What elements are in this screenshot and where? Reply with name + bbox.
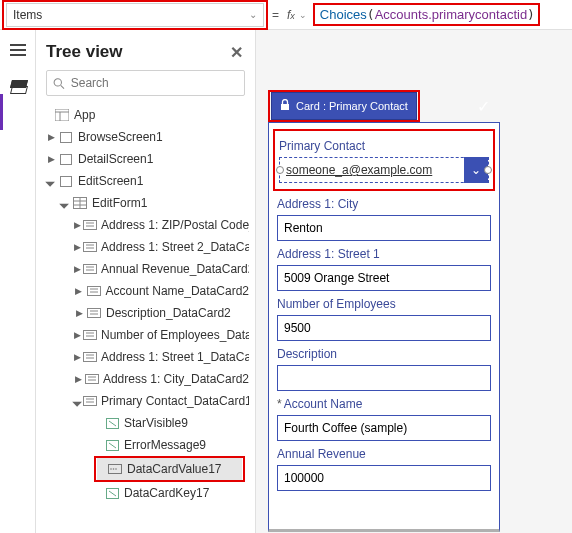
search-input[interactable] bbox=[46, 70, 245, 96]
screen-icon bbox=[58, 174, 74, 188]
revenue-input[interactable] bbox=[277, 465, 491, 491]
tree-node-card[interactable]: ▶Address 1: ZIP/Postal Code_DataCard bbox=[44, 214, 249, 236]
screen-icon bbox=[58, 130, 74, 144]
tree-node-form[interactable]: ◢EditForm1 bbox=[44, 192, 249, 214]
field-label: Annual Revenue bbox=[277, 447, 491, 461]
tree-node-child[interactable]: StarVisible9 bbox=[44, 412, 249, 434]
search-icon bbox=[53, 77, 65, 90]
employees-input[interactable] bbox=[277, 315, 491, 341]
collapse-icon[interactable]: ◢ bbox=[44, 174, 58, 188]
expand-icon[interactable]: ▶ bbox=[46, 154, 56, 164]
lock-icon bbox=[280, 99, 290, 113]
tree-node-card[interactable]: ▶Address 1: City_DataCard2 bbox=[44, 368, 249, 390]
svg-rect-49 bbox=[281, 104, 289, 110]
field-label: Number of Employees bbox=[277, 297, 491, 311]
field-label: Address 1: Street 1 bbox=[277, 247, 491, 261]
equals-sign: = bbox=[268, 8, 283, 22]
tree-node-child[interactable]: ErrorMessage9 bbox=[44, 434, 249, 456]
svg-line-1 bbox=[61, 85, 64, 88]
field-label: Description bbox=[277, 347, 491, 361]
screen-icon bbox=[58, 152, 74, 166]
svg-rect-36 bbox=[84, 397, 97, 406]
card-body: Primary Contact someone_a@example.com ⌄ … bbox=[268, 122, 500, 532]
fx-label: fx bbox=[283, 8, 299, 22]
chevron-down-icon[interactable]: ⌄ bbox=[464, 157, 488, 183]
svg-rect-18 bbox=[84, 265, 97, 274]
street1-input[interactable] bbox=[277, 265, 491, 291]
close-icon[interactable]: ✕ bbox=[230, 43, 243, 62]
svg-point-44 bbox=[110, 468, 112, 470]
chevron-down-icon: ⌄ bbox=[249, 9, 257, 20]
svg-rect-5 bbox=[61, 132, 72, 142]
svg-point-46 bbox=[115, 468, 117, 470]
tree-node-app[interactable]: App bbox=[44, 104, 249, 126]
svg-point-0 bbox=[54, 78, 61, 85]
hamburger-icon[interactable] bbox=[10, 44, 26, 56]
svg-rect-33 bbox=[85, 375, 98, 384]
tree-node-card[interactable]: ◢Primary Contact_DataCard1 bbox=[44, 390, 249, 412]
svg-rect-21 bbox=[87, 287, 100, 296]
property-name: Items bbox=[13, 8, 42, 22]
svg-rect-7 bbox=[61, 176, 72, 186]
tree-view-title: Tree view bbox=[46, 42, 123, 62]
data-card: Card : Primary Contact ✓ Primary Contact… bbox=[268, 90, 500, 532]
tree-node-selected[interactable]: DataCardValue17 bbox=[97, 458, 242, 480]
svg-rect-12 bbox=[84, 221, 97, 230]
tree-node-detail[interactable]: ▶DetailScreen1 bbox=[44, 148, 249, 170]
svg-rect-15 bbox=[84, 243, 97, 252]
expand-icon[interactable]: ▶ bbox=[46, 132, 56, 142]
search-field[interactable] bbox=[71, 71, 238, 95]
check-icon[interactable]: ✓ bbox=[477, 97, 490, 116]
tree-node-edit[interactable]: ◢EditScreen1 bbox=[44, 170, 249, 192]
tree-node-card[interactable]: ▶Annual Revenue_DataCard2 bbox=[44, 258, 249, 280]
tree-node-card[interactable]: ▶Address 1: Street 1_DataCard2 bbox=[44, 346, 249, 368]
card-icon bbox=[83, 218, 97, 232]
tree-node-child[interactable]: DataCardKey17 bbox=[44, 482, 249, 504]
svg-rect-30 bbox=[84, 353, 97, 362]
svg-rect-2 bbox=[55, 109, 69, 121]
primary-contact-dropdown[interactable]: someone_a@example.com ⌄ bbox=[279, 157, 489, 183]
city-input[interactable] bbox=[277, 215, 491, 241]
tree-node-card[interactable]: ▶Description_DataCard2 bbox=[44, 302, 249, 324]
input-value: someone_a@example.com bbox=[286, 163, 432, 177]
canvas: Card : Primary Contact ✓ Primary Contact… bbox=[256, 30, 572, 533]
svg-line-40 bbox=[109, 421, 116, 426]
form-icon bbox=[72, 196, 88, 210]
app-icon bbox=[54, 108, 70, 122]
account-name-input[interactable] bbox=[277, 415, 491, 441]
field-label: *Account Name bbox=[277, 397, 491, 411]
field-label: Primary Contact bbox=[279, 139, 489, 153]
card-header[interactable]: Card : Primary Contact ✓ bbox=[271, 92, 417, 120]
tree-view-icon[interactable] bbox=[9, 80, 27, 96]
formula-bar[interactable]: Choices(Accounts.primarycontactid) bbox=[318, 7, 535, 22]
field-label: Address 1: City bbox=[277, 197, 491, 211]
svg-point-45 bbox=[113, 468, 115, 470]
left-rail bbox=[0, 30, 36, 533]
svg-rect-6 bbox=[61, 154, 72, 164]
tree-node-card[interactable]: ▶Address 1: Street 2_DataCard2 bbox=[44, 236, 249, 258]
chevron-down-icon: ⌄ bbox=[299, 10, 313, 20]
svg-rect-24 bbox=[88, 309, 101, 318]
svg-line-42 bbox=[109, 443, 116, 448]
property-dropdown[interactable]: Items ⌄ bbox=[6, 3, 264, 27]
collapse-icon[interactable]: ◢ bbox=[58, 196, 72, 210]
svg-rect-27 bbox=[84, 331, 97, 340]
top-bar: Items ⌄ = fx ⌄ Choices(Accounts.primaryc… bbox=[0, 0, 572, 30]
tree-node-card[interactable]: ▶Account Name_DataCard2 bbox=[44, 280, 249, 302]
card-title: Card : Primary Contact bbox=[296, 100, 408, 112]
input-icon bbox=[107, 462, 123, 476]
svg-line-48 bbox=[109, 491, 116, 496]
tree-node-card[interactable]: ▶Number of Employees_DataCard2 bbox=[44, 324, 249, 346]
description-input[interactable] bbox=[277, 365, 491, 391]
tree-node-browse[interactable]: ▶BrowseScreen1 bbox=[44, 126, 249, 148]
tree-view-panel: Tree view ✕ App ▶BrowseScreen1 ▶DetailSc… bbox=[36, 30, 256, 533]
label-icon bbox=[104, 416, 120, 430]
